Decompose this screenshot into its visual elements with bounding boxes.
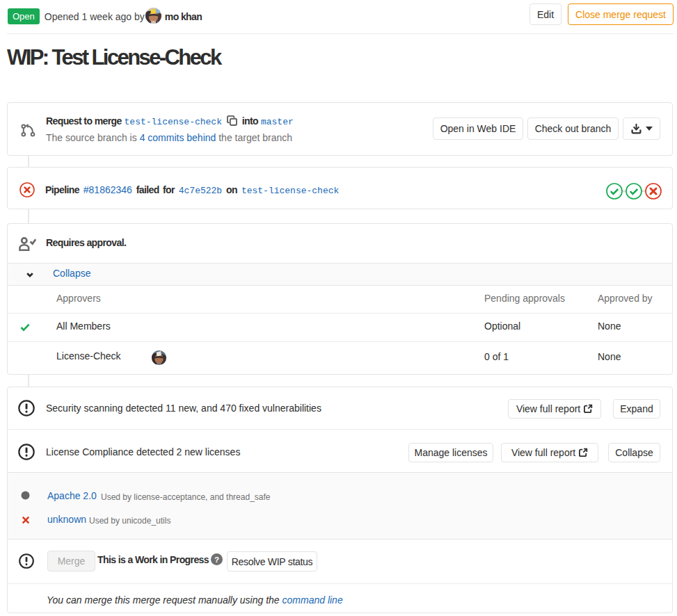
- svg-text:?: ?: [214, 556, 219, 564]
